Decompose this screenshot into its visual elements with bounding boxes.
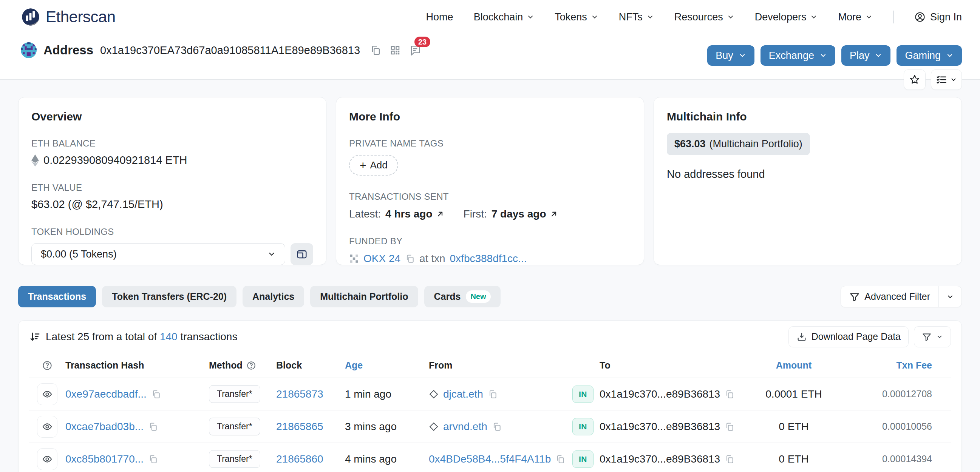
- gaming-button[interactable]: Gaming: [897, 45, 962, 66]
- table-filter-button[interactable]: [914, 326, 951, 347]
- first-tx-link[interactable]: 7 days ago: [492, 208, 558, 220]
- copy-icon[interactable]: [555, 454, 565, 464]
- direction-badge: IN: [572, 418, 593, 435]
- copy-icon[interactable]: [151, 389, 161, 399]
- transactions-sent-label: TRANSACTIONS SENT: [349, 191, 631, 202]
- tx-summary: Latest 25 from a total of 140 transactio…: [46, 331, 237, 343]
- copy-icon[interactable]: [405, 254, 415, 264]
- method-badge[interactable]: Transfer*: [209, 385, 260, 403]
- block-link[interactable]: 21865873: [276, 388, 345, 400]
- etherscan-logo[interactable]: Etherscan: [21, 7, 116, 27]
- multichain-portfolio-badge[interactable]: $63.03 (Multichain Portfolio): [667, 133, 810, 155]
- block-link[interactable]: 21865865: [276, 421, 345, 433]
- exchange-button[interactable]: Exchange: [760, 45, 835, 66]
- address-value[interactable]: 0x1a19c370EA73d67a0a91085811A1E89e89B368…: [100, 44, 360, 57]
- download-page-data-button[interactable]: Download Page Data: [789, 326, 908, 347]
- address-header: Address 0x1a19c370EA73d67a0a91085811A1E8…: [0, 34, 980, 79]
- from-address-link[interactable]: djcat.eth: [443, 388, 483, 400]
- tab-transactions[interactable]: Transactions: [18, 286, 96, 307]
- tab-bar: Transactions Token Transfers (ERC-20) An…: [18, 286, 501, 307]
- help-icon[interactable]: [42, 360, 52, 371]
- token-holdings-select[interactable]: $0.00 (5 Tokens): [31, 243, 285, 265]
- favorite-button[interactable]: [904, 70, 926, 90]
- from-address-link[interactable]: arvnd.eth: [443, 421, 487, 433]
- col-amount[interactable]: Amount: [776, 360, 811, 371]
- col-method: Method: [209, 360, 243, 371]
- chevron-down-icon: [727, 13, 735, 21]
- qr-code-icon[interactable]: [390, 44, 401, 56]
- main-content: Overview ETH BALANCE 0.02293908094092181…: [0, 79, 980, 472]
- funding-txn-link[interactable]: 0xfbc388df1cc...: [450, 253, 527, 265]
- tx-hash-link[interactable]: 0xc85b801770...: [65, 453, 143, 465]
- chevron-down-icon: [936, 334, 943, 340]
- copy-icon[interactable]: [725, 389, 735, 399]
- method-badge[interactable]: Transfer*: [209, 418, 260, 435]
- download-icon: [796, 332, 807, 342]
- tab-token-transfers[interactable]: Token Transfers (ERC-20): [102, 286, 237, 307]
- more-info-title: More Info: [349, 110, 631, 123]
- copy-icon[interactable]: [488, 389, 498, 399]
- eth-value-text: $63.02 (@ $2,747.15/ETH): [31, 198, 313, 211]
- nav-item-resources[interactable]: Resources: [675, 11, 735, 23]
- sort-icon[interactable]: [29, 331, 40, 342]
- no-addresses-text: No addresses found: [667, 168, 949, 181]
- tx-hash-link[interactable]: 0xe97aecdbadf...: [65, 388, 146, 400]
- funnel-icon: [849, 291, 860, 302]
- copy-icon[interactable]: [492, 422, 502, 432]
- nav-item-home[interactable]: Home: [426, 11, 453, 23]
- table-header-row: Transaction Hash Method Block Age From T…: [29, 353, 951, 378]
- copy-address-icon[interactable]: [370, 44, 381, 56]
- play-button[interactable]: Play: [842, 45, 891, 66]
- from-address-link[interactable]: 0x4BDe58B4...5f4F4A11b: [429, 453, 551, 465]
- wallet-button[interactable]: [291, 243, 313, 265]
- preview-tx-button[interactable]: [37, 448, 57, 470]
- copy-icon[interactable]: [725, 454, 735, 464]
- comments-icon[interactable]: 23: [409, 44, 421, 56]
- block-link[interactable]: 21865860: [276, 453, 345, 465]
- help-icon[interactable]: [246, 361, 256, 370]
- latest-tx-link[interactable]: 4 hrs ago: [385, 208, 444, 220]
- nav-item-more[interactable]: More: [838, 11, 873, 23]
- copy-icon[interactable]: [148, 454, 158, 464]
- advanced-filter-main[interactable]: Advanced Filter: [841, 286, 939, 307]
- top-nav: Etherscan Home Blockchain Tokens NFTs Re…: [0, 0, 980, 34]
- buy-button[interactable]: Buy: [707, 45, 754, 66]
- chevron-down-icon: [810, 13, 818, 21]
- preview-tx-button[interactable]: [37, 416, 57, 438]
- plus-icon: +: [360, 160, 366, 171]
- total-tx-count[interactable]: 140: [160, 331, 178, 342]
- nav-item-nfts[interactable]: NFTs: [619, 11, 654, 23]
- chevron-down-icon: [950, 76, 957, 83]
- eye-icon: [42, 454, 52, 464]
- add-name-tag-button[interactable]: + Add: [349, 155, 398, 176]
- eye-icon: [42, 421, 52, 432]
- copy-icon[interactable]: [148, 422, 158, 432]
- nav-item-blockchain[interactable]: Blockchain: [474, 11, 535, 23]
- watchlist-menu-button[interactable]: [931, 70, 962, 90]
- tab-analytics[interactable]: Analytics: [243, 286, 304, 307]
- advanced-filter-dropdown[interactable]: [939, 286, 961, 307]
- tx-hash-link[interactable]: 0xcae7bad03b...: [65, 421, 143, 433]
- tx-amount: 0 ETH: [779, 421, 808, 433]
- new-badge: New: [466, 290, 490, 303]
- copy-icon[interactable]: [725, 422, 735, 432]
- sign-in-button[interactable]: Sign In: [914, 11, 962, 23]
- funnel-icon: [922, 332, 932, 342]
- preview-tx-button[interactable]: [37, 383, 57, 405]
- tab-multichain-portfolio[interactable]: Multichain Portfolio: [310, 286, 418, 307]
- col-age[interactable]: Age: [345, 360, 429, 371]
- wallet-icon: [296, 248, 307, 260]
- tx-age: 4 mins ago: [345, 453, 429, 465]
- tab-cards[interactable]: Cards New: [424, 286, 501, 307]
- nav-item-tokens[interactable]: Tokens: [555, 11, 598, 23]
- table-row: 0xc85b801770... Transfer* 21865860 4 min…: [29, 443, 951, 472]
- at-txn-label: at txn: [419, 253, 445, 265]
- tx-fee: 0.00012708: [882, 389, 932, 399]
- latest-label: Latest:: [349, 208, 381, 220]
- method-badge[interactable]: Transfer*: [209, 450, 260, 468]
- nav-item-developers[interactable]: Developers: [755, 11, 818, 23]
- col-txn-fee[interactable]: Txn Fee: [897, 360, 932, 371]
- funder-link[interactable]: OKX 24: [363, 253, 401, 265]
- token-holdings-label: TOKEN HOLDINGS: [31, 227, 313, 237]
- first-label: First:: [463, 208, 487, 220]
